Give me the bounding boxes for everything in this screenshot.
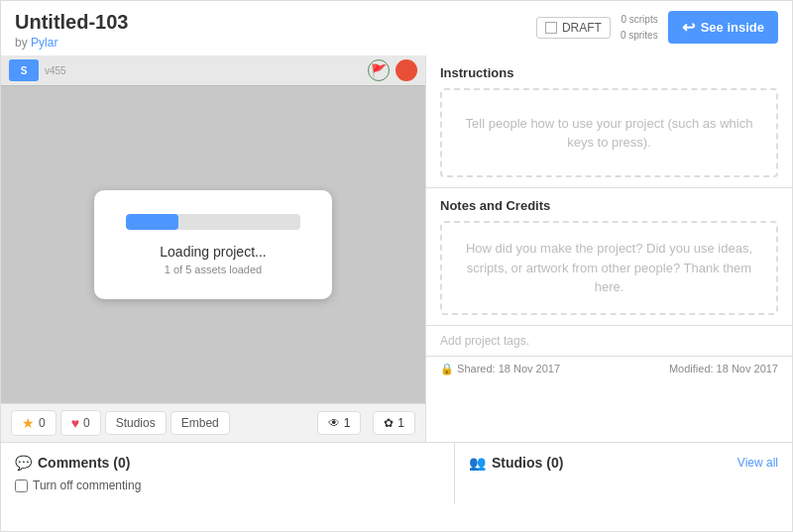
progress-bar-fill: [126, 214, 178, 230]
info-panel: Instructions Tell people how to use your…: [425, 55, 792, 442]
player-stage: Loading project... 1 of 5 assets loaded: [1, 86, 425, 403]
bottom-panels: 💬 Comments (0) Turn off commenting 👥 Stu…: [1, 442, 792, 504]
views-stat: 👁 1: [317, 411, 362, 435]
studios-header: 👥 Studios (0) View all: [469, 455, 778, 471]
notes-placeholder[interactable]: How did you make the project? Did you us…: [440, 221, 778, 315]
eye-icon: 👁: [328, 416, 340, 430]
project-author: by Pylar: [15, 36, 128, 50]
progress-bar-container: [126, 214, 300, 230]
star-count: 0: [39, 416, 46, 430]
heart-count: 0: [83, 416, 90, 430]
loading-text: Loading project...: [126, 244, 300, 260]
draft-checkbox[interactable]: [545, 22, 557, 34]
stats-block: 0 scripts 0 sprites: [621, 12, 658, 44]
comments-title: Comments (0): [38, 455, 130, 471]
loading-dialog: Loading project... 1 of 5 assets loaded: [94, 190, 332, 299]
studios-title: 👥 Studios (0): [469, 455, 563, 471]
comment-icon: 💬: [15, 455, 32, 471]
instructions-placeholder[interactable]: Tell people how to use your project (suc…: [440, 88, 778, 177]
comments-panel: 💬 Comments (0) Turn off commenting: [1, 443, 455, 504]
see-inside-label: See inside: [701, 20, 764, 35]
main-content: S v455 🚩 Loading project... 1 of 5 asset…: [1, 55, 792, 442]
star-button[interactable]: ★ 0: [11, 410, 57, 436]
loves-count: 1: [397, 416, 404, 430]
instructions-section: Instructions Tell people how to use your…: [426, 55, 792, 188]
stop-button[interactable]: [396, 59, 417, 81]
studios-label: Studios: [116, 416, 156, 430]
embed-button[interactable]: Embed: [170, 411, 230, 435]
loading-sub: 1 of 5 assets loaded: [126, 264, 300, 275]
embed-label: Embed: [181, 416, 219, 430]
studios-icon: 👥: [469, 455, 486, 471]
loves-icon: ✿: [384, 416, 394, 430]
heart-button[interactable]: ♥ 0: [60, 410, 101, 436]
player-controls: 🚩: [368, 59, 417, 81]
view-count-section: 👁 1 ✿ 1: [317, 411, 415, 435]
heart-icon: ♥: [71, 415, 79, 431]
draft-label: DRAFT: [562, 21, 602, 35]
studios-panel: 👥 Studios (0) View all: [455, 443, 792, 504]
turn-off-label: Turn off commenting: [33, 479, 141, 492]
draft-badge[interactable]: DRAFT: [536, 17, 611, 39]
loves-stat: ✿ 1: [373, 411, 415, 435]
action-bar: ★ 0 ♥ 0 Studios Embed 👁 1: [1, 403, 425, 442]
top-header: Untitled-103 by Pylar DRAFT 0 scripts 0 …: [1, 1, 792, 55]
turn-off-checkbox[interactable]: [15, 479, 28, 492]
see-inside-button[interactable]: ↩ See inside: [668, 11, 778, 44]
studios-button[interactable]: Studios: [105, 411, 167, 435]
notes-section: Notes and Credits How did you make the p…: [426, 188, 792, 326]
author-link[interactable]: Pylar: [31, 36, 57, 50]
scratch-logo: S: [9, 59, 39, 81]
turn-off-commenting[interactable]: Turn off commenting: [15, 479, 440, 492]
version-badge: v455: [45, 65, 66, 76]
title-section: Untitled-103 by Pylar: [15, 11, 128, 50]
comments-header: 💬 Comments (0): [15, 455, 440, 471]
see-inside-icon: ↩: [682, 18, 695, 37]
shared-date: 🔒 Shared: 18 Nov 2017: [440, 363, 560, 375]
player-panel: S v455 🚩 Loading project... 1 of 5 asset…: [1, 55, 425, 442]
tags-placeholder[interactable]: Add project tags.: [440, 334, 529, 348]
header-right: DRAFT 0 scripts 0 sprites ↩ See inside: [536, 11, 778, 44]
tags-section: Add project tags.: [426, 326, 792, 357]
shared-info: 🔒 Shared: 18 Nov 2017 Modified: 18 Nov 2…: [426, 357, 792, 381]
view-all-link[interactable]: View all: [737, 456, 778, 470]
project-title: Untitled-103: [15, 11, 128, 34]
notes-title: Notes and Credits: [440, 198, 778, 213]
modified-date: Modified: 18 Nov 2017: [669, 363, 778, 375]
sprites-stat: 0 sprites: [621, 28, 658, 44]
player-toolbar-left: S v455: [9, 59, 66, 81]
green-flag-button[interactable]: 🚩: [368, 59, 390, 81]
views-count: 1: [344, 416, 351, 430]
instructions-title: Instructions: [440, 65, 778, 80]
star-icon: ★: [22, 415, 35, 431]
scripts-stat: 0 scripts: [621, 12, 658, 28]
player-toolbar: S v455 🚩: [1, 55, 425, 86]
